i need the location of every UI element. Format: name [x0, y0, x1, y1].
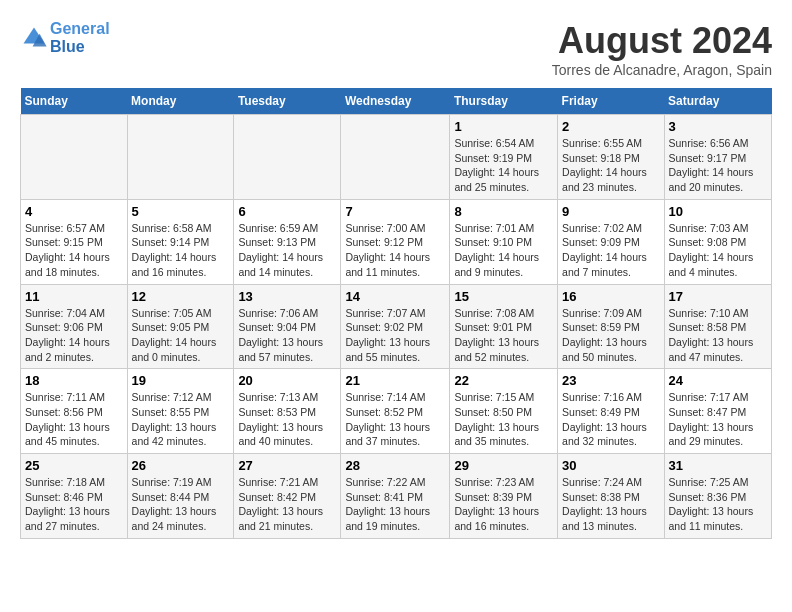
- day-number: 31: [669, 458, 767, 473]
- day-info: Sunrise: 7:16 AM Sunset: 8:49 PM Dayligh…: [562, 390, 659, 449]
- calendar-day-cell: 1Sunrise: 6:54 AM Sunset: 9:19 PM Daylig…: [450, 115, 558, 200]
- day-info: Sunrise: 7:14 AM Sunset: 8:52 PM Dayligh…: [345, 390, 445, 449]
- calendar-day-cell: 13Sunrise: 7:06 AM Sunset: 9:04 PM Dayli…: [234, 284, 341, 369]
- calendar-day-cell: 21Sunrise: 7:14 AM Sunset: 8:52 PM Dayli…: [341, 369, 450, 454]
- day-info: Sunrise: 7:11 AM Sunset: 8:56 PM Dayligh…: [25, 390, 123, 449]
- day-number: 11: [25, 289, 123, 304]
- calendar-day-cell: 26Sunrise: 7:19 AM Sunset: 8:44 PM Dayli…: [127, 454, 234, 539]
- day-number: 15: [454, 289, 553, 304]
- calendar-day-cell: 22Sunrise: 7:15 AM Sunset: 8:50 PM Dayli…: [450, 369, 558, 454]
- day-number: 24: [669, 373, 767, 388]
- calendar-day-cell: 27Sunrise: 7:21 AM Sunset: 8:42 PM Dayli…: [234, 454, 341, 539]
- calendar-day-cell: 16Sunrise: 7:09 AM Sunset: 8:59 PM Dayli…: [558, 284, 664, 369]
- day-info: Sunrise: 7:01 AM Sunset: 9:10 PM Dayligh…: [454, 221, 553, 280]
- day-number: 5: [132, 204, 230, 219]
- calendar-day-cell: 18Sunrise: 7:11 AM Sunset: 8:56 PM Dayli…: [21, 369, 128, 454]
- day-number: 1: [454, 119, 553, 134]
- calendar-day-cell: 31Sunrise: 7:25 AM Sunset: 8:36 PM Dayli…: [664, 454, 771, 539]
- calendar-day-cell: 10Sunrise: 7:03 AM Sunset: 9:08 PM Dayli…: [664, 199, 771, 284]
- calendar-day-cell: 4Sunrise: 6:57 AM Sunset: 9:15 PM Daylig…: [21, 199, 128, 284]
- calendar-day-cell: 5Sunrise: 6:58 AM Sunset: 9:14 PM Daylig…: [127, 199, 234, 284]
- day-number: 22: [454, 373, 553, 388]
- day-info: Sunrise: 6:59 AM Sunset: 9:13 PM Dayligh…: [238, 221, 336, 280]
- day-info: Sunrise: 6:54 AM Sunset: 9:19 PM Dayligh…: [454, 136, 553, 195]
- calendar-day-cell: [234, 115, 341, 200]
- day-number: 7: [345, 204, 445, 219]
- calendar-day-cell: 30Sunrise: 7:24 AM Sunset: 8:38 PM Dayli…: [558, 454, 664, 539]
- day-info: Sunrise: 7:24 AM Sunset: 8:38 PM Dayligh…: [562, 475, 659, 534]
- calendar-day-cell: 7Sunrise: 7:00 AM Sunset: 9:12 PM Daylig…: [341, 199, 450, 284]
- calendar-week-row: 1Sunrise: 6:54 AM Sunset: 9:19 PM Daylig…: [21, 115, 772, 200]
- day-number: 6: [238, 204, 336, 219]
- day-number: 27: [238, 458, 336, 473]
- day-number: 2: [562, 119, 659, 134]
- calendar-day-cell: [127, 115, 234, 200]
- calendar-day-cell: 12Sunrise: 7:05 AM Sunset: 9:05 PM Dayli…: [127, 284, 234, 369]
- day-number: 30: [562, 458, 659, 473]
- weekday-header: Sunday: [21, 88, 128, 115]
- day-number: 25: [25, 458, 123, 473]
- day-info: Sunrise: 7:05 AM Sunset: 9:05 PM Dayligh…: [132, 306, 230, 365]
- calendar-day-cell: 9Sunrise: 7:02 AM Sunset: 9:09 PM Daylig…: [558, 199, 664, 284]
- day-number: 8: [454, 204, 553, 219]
- day-info: Sunrise: 7:00 AM Sunset: 9:12 PM Dayligh…: [345, 221, 445, 280]
- calendar-table: SundayMondayTuesdayWednesdayThursdayFrid…: [20, 88, 772, 539]
- calendar-week-row: 11Sunrise: 7:04 AM Sunset: 9:06 PM Dayli…: [21, 284, 772, 369]
- calendar-day-cell: 17Sunrise: 7:10 AM Sunset: 8:58 PM Dayli…: [664, 284, 771, 369]
- day-info: Sunrise: 6:58 AM Sunset: 9:14 PM Dayligh…: [132, 221, 230, 280]
- logo-line1: General: [50, 20, 110, 38]
- day-number: 19: [132, 373, 230, 388]
- day-number: 28: [345, 458, 445, 473]
- calendar-day-cell: 23Sunrise: 7:16 AM Sunset: 8:49 PM Dayli…: [558, 369, 664, 454]
- calendar-day-cell: 20Sunrise: 7:13 AM Sunset: 8:53 PM Dayli…: [234, 369, 341, 454]
- day-number: 29: [454, 458, 553, 473]
- day-info: Sunrise: 7:13 AM Sunset: 8:53 PM Dayligh…: [238, 390, 336, 449]
- month-year: August 2024: [552, 20, 772, 62]
- day-info: Sunrise: 6:55 AM Sunset: 9:18 PM Dayligh…: [562, 136, 659, 195]
- logo-line2: Blue: [50, 38, 110, 56]
- calendar-day-cell: 19Sunrise: 7:12 AM Sunset: 8:55 PM Dayli…: [127, 369, 234, 454]
- title-block: August 2024 Torres de Alcanadre, Aragon,…: [552, 20, 772, 78]
- calendar-day-cell: 8Sunrise: 7:01 AM Sunset: 9:10 PM Daylig…: [450, 199, 558, 284]
- day-number: 16: [562, 289, 659, 304]
- day-number: 3: [669, 119, 767, 134]
- day-number: 12: [132, 289, 230, 304]
- weekday-header: Tuesday: [234, 88, 341, 115]
- day-number: 18: [25, 373, 123, 388]
- calendar-week-row: 4Sunrise: 6:57 AM Sunset: 9:15 PM Daylig…: [21, 199, 772, 284]
- day-info: Sunrise: 7:21 AM Sunset: 8:42 PM Dayligh…: [238, 475, 336, 534]
- page-header: General Blue August 2024 Torres de Alcan…: [20, 20, 772, 78]
- calendar-day-cell: 6Sunrise: 6:59 AM Sunset: 9:13 PM Daylig…: [234, 199, 341, 284]
- day-info: Sunrise: 7:03 AM Sunset: 9:08 PM Dayligh…: [669, 221, 767, 280]
- calendar-day-cell: 2Sunrise: 6:55 AM Sunset: 9:18 PM Daylig…: [558, 115, 664, 200]
- calendar-day-cell: [341, 115, 450, 200]
- day-number: 17: [669, 289, 767, 304]
- calendar-day-cell: 25Sunrise: 7:18 AM Sunset: 8:46 PM Dayli…: [21, 454, 128, 539]
- day-info: Sunrise: 7:22 AM Sunset: 8:41 PM Dayligh…: [345, 475, 445, 534]
- day-info: Sunrise: 6:56 AM Sunset: 9:17 PM Dayligh…: [669, 136, 767, 195]
- day-info: Sunrise: 7:02 AM Sunset: 9:09 PM Dayligh…: [562, 221, 659, 280]
- weekday-header-row: SundayMondayTuesdayWednesdayThursdayFrid…: [21, 88, 772, 115]
- day-number: 21: [345, 373, 445, 388]
- day-number: 26: [132, 458, 230, 473]
- day-info: Sunrise: 7:08 AM Sunset: 9:01 PM Dayligh…: [454, 306, 553, 365]
- weekday-header: Wednesday: [341, 88, 450, 115]
- day-number: 23: [562, 373, 659, 388]
- day-number: 10: [669, 204, 767, 219]
- day-number: 14: [345, 289, 445, 304]
- calendar-day-cell: 3Sunrise: 6:56 AM Sunset: 9:17 PM Daylig…: [664, 115, 771, 200]
- calendar-day-cell: 11Sunrise: 7:04 AM Sunset: 9:06 PM Dayli…: [21, 284, 128, 369]
- weekday-header: Monday: [127, 88, 234, 115]
- day-number: 13: [238, 289, 336, 304]
- day-info: Sunrise: 6:57 AM Sunset: 9:15 PM Dayligh…: [25, 221, 123, 280]
- location: Torres de Alcanadre, Aragon, Spain: [552, 62, 772, 78]
- day-info: Sunrise: 7:15 AM Sunset: 8:50 PM Dayligh…: [454, 390, 553, 449]
- calendar-day-cell: 29Sunrise: 7:23 AM Sunset: 8:39 PM Dayli…: [450, 454, 558, 539]
- day-info: Sunrise: 7:04 AM Sunset: 9:06 PM Dayligh…: [25, 306, 123, 365]
- weekday-header: Thursday: [450, 88, 558, 115]
- logo-icon: [20, 24, 48, 52]
- weekday-header: Friday: [558, 88, 664, 115]
- day-info: Sunrise: 7:10 AM Sunset: 8:58 PM Dayligh…: [669, 306, 767, 365]
- day-info: Sunrise: 7:25 AM Sunset: 8:36 PM Dayligh…: [669, 475, 767, 534]
- day-info: Sunrise: 7:12 AM Sunset: 8:55 PM Dayligh…: [132, 390, 230, 449]
